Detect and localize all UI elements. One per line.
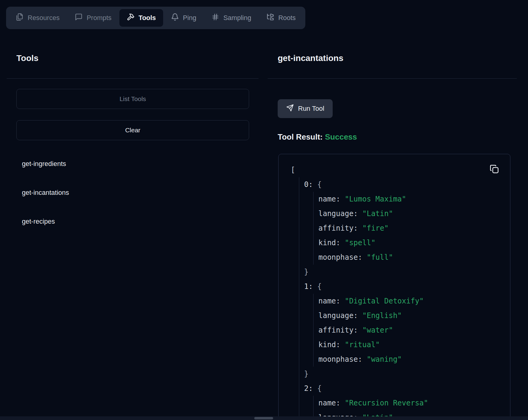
tab-label: Sampling <box>223 14 251 22</box>
json-line: moonphase: "waning" <box>318 352 504 367</box>
json-key: name: <box>318 195 340 203</box>
json-value: "Latin" <box>362 209 393 218</box>
json-open-brace: { <box>317 282 321 291</box>
json-close-brace: } <box>304 370 308 378</box>
json-key: name: <box>318 399 340 407</box>
json-key: affinity: <box>318 326 358 334</box>
json-object-body: name: "Lumos Maxima"language: "Latin"aff… <box>313 192 504 265</box>
json-value: "waning" <box>367 355 402 364</box>
json-line: } <box>304 265 504 279</box>
left-panel-divider <box>7 78 259 79</box>
json-key: moonphase: <box>318 253 362 262</box>
json-key: name: <box>318 297 340 305</box>
bell-icon <box>171 13 179 23</box>
message-square-icon <box>75 13 83 23</box>
tab-sampling[interactable]: Sampling <box>204 9 259 27</box>
run-tool-button[interactable]: Run Tool <box>278 99 333 118</box>
json-value: "Recursion Reversa" <box>345 399 428 407</box>
json-value: "Digital Detoxify" <box>345 297 424 305</box>
json-line: [ <box>291 163 504 177</box>
json-key: affinity: <box>318 224 358 232</box>
json-line: affinity: "fire" <box>318 221 504 235</box>
json-line: kind: "spell" <box>318 235 504 250</box>
json-object-body: name: "Digital Detoxify"language: "Engli… <box>313 294 504 367</box>
tool-result-panel: [0: {name: "Lumos Maxima"language: "Lati… <box>278 154 510 420</box>
json-value: "full" <box>367 253 393 262</box>
json-line: kind: "ritual" <box>318 337 504 352</box>
json-line: language: "Latin" <box>318 206 504 221</box>
json-value: "English" <box>362 311 402 320</box>
tab-label: Roots <box>278 14 296 22</box>
json-value: "spell" <box>345 239 375 247</box>
tab-ping[interactable]: Ping <box>164 9 204 27</box>
hammer-icon <box>127 13 135 23</box>
json-line: 0: { <box>304 177 504 192</box>
selected-tool-title: get-incantations <box>278 53 343 63</box>
tools-panel-title: Tools <box>16 53 39 63</box>
horizontal-scrollbar-thumb[interactable] <box>254 417 273 419</box>
json-close-brace: } <box>304 268 308 276</box>
json-line: 2: { <box>304 381 504 396</box>
tab-resources[interactable]: Resources <box>9 9 67 27</box>
hash-icon <box>211 13 219 23</box>
json-key: kind: <box>318 340 340 349</box>
json-key: moonphase: <box>318 355 362 364</box>
tab-prompts[interactable]: Prompts <box>67 9 119 27</box>
tab-label: Prompts <box>87 14 111 22</box>
json-key: kind: <box>318 239 340 247</box>
tool-list-item[interactable]: get-ingredients <box>22 160 66 168</box>
json-index: 1: <box>304 282 313 291</box>
tool-result-status: Success <box>325 132 357 141</box>
files-icon <box>16 13 24 23</box>
tab-label: Resources <box>28 14 60 22</box>
json-index: 0: <box>304 180 313 189</box>
json-value: "water" <box>362 326 393 334</box>
folder-tree-icon <box>266 13 274 23</box>
json-open-brace: { <box>317 180 321 189</box>
json-line: affinity: "water" <box>318 323 504 337</box>
tool-list-item[interactable]: get-incantations <box>22 189 69 197</box>
json-line: name: "Lumos Maxima" <box>318 192 504 206</box>
right-panel-divider <box>268 78 517 79</box>
json-line: 1: { <box>304 279 504 294</box>
tab-roots[interactable]: Roots <box>259 9 303 27</box>
json-value: "Lumos Maxima" <box>345 195 406 203</box>
tab-tools[interactable]: Tools <box>119 9 163 27</box>
send-icon <box>286 104 294 113</box>
json-line: name: "Digital Detoxify" <box>318 294 504 308</box>
json-value: "ritual" <box>345 340 380 349</box>
clear-button[interactable]: Clear <box>16 120 249 140</box>
json-line: name: "Recursion Reversa" <box>318 396 504 410</box>
json-tree: [0: {name: "Lumos Maxima"language: "Lati… <box>291 163 504 420</box>
json-line: moonphase: "full" <box>318 250 504 265</box>
json-key: language: <box>318 311 358 320</box>
run-tool-label: Run Tool <box>298 105 324 113</box>
horizontal-scrollbar[interactable] <box>0 416 528 420</box>
json-array-body: 0: {name: "Lumos Maxima"language: "Latin… <box>299 177 504 420</box>
json-key: language: <box>318 209 358 218</box>
json-open-brace: { <box>317 384 321 393</box>
top-nav: Resources Prompts Tools Ping Sampling Ro… <box>6 7 305 29</box>
json-open-bracket: [ <box>291 166 295 174</box>
json-value: "fire" <box>362 224 389 232</box>
tool-result-label: Tool Result: <box>278 132 323 141</box>
json-line: } <box>304 367 504 381</box>
tab-label: Tools <box>139 14 156 22</box>
tool-result-line: Tool Result: Success <box>278 132 357 142</box>
tool-list-item[interactable]: get-recipes <box>22 218 55 225</box>
json-line: language: "English" <box>318 308 504 323</box>
json-index: 2: <box>304 384 313 393</box>
list-tools-button[interactable]: List Tools <box>16 89 249 109</box>
tab-label: Ping <box>183 14 196 22</box>
